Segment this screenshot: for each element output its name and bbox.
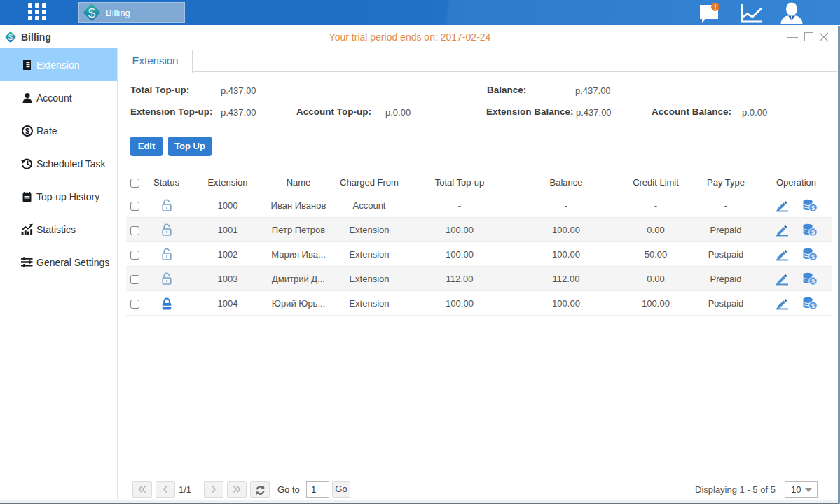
svg-text:$: $ bbox=[25, 127, 29, 135]
svg-text:$: $ bbox=[811, 229, 815, 236]
svg-text:$: $ bbox=[88, 6, 96, 20]
svg-text:$: $ bbox=[811, 204, 815, 211]
svg-text:!: ! bbox=[714, 4, 716, 11]
svg-text:$: $ bbox=[811, 302, 815, 309]
svg-text:$: $ bbox=[811, 253, 815, 260]
svg-text:$: $ bbox=[811, 278, 815, 285]
